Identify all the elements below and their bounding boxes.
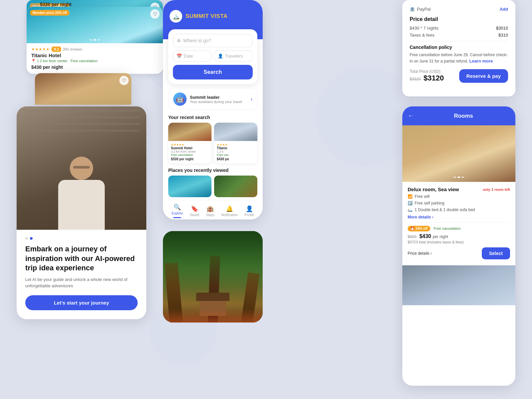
recent-free-cancel-2: Free can bbox=[217, 153, 255, 157]
profile-icon: 👤 bbox=[246, 205, 253, 212]
chevron-icon: › bbox=[430, 251, 432, 256]
price-details-link[interactable]: Price details › bbox=[408, 251, 432, 256]
main-phone-panel: 🏔️ SUMMIT VISTA ○ Where to go? 📅 Date 👤 … bbox=[163, 0, 263, 219]
journey-headline: Embark on a journey of inspiration with … bbox=[25, 244, 138, 273]
paypal-label: 🏦 PayPal bbox=[410, 7, 431, 12]
hotel-score: 8.1 bbox=[52, 47, 61, 52]
reserve-pay-button[interactable]: Reserve & pay bbox=[459, 69, 508, 83]
app-logo-text: SUMMIT VISTA bbox=[186, 13, 228, 20]
recent-name-2: Titanic bbox=[217, 146, 255, 150]
explore-icon: 🔍 bbox=[174, 203, 181, 211]
recent-hotel-image-1 bbox=[168, 123, 211, 141]
room-footer: Price details › Select bbox=[408, 247, 510, 259]
nights-price-row: $430 * 7 nights $3010 bbox=[410, 26, 508, 31]
learn-more-link[interactable]: Learn more bbox=[469, 59, 493, 64]
saved-icon: 🔖 bbox=[191, 205, 198, 212]
summit-leader-title: Summit leader bbox=[190, 95, 242, 100]
favorite-button-2[interactable]: ♡ bbox=[150, 9, 160, 19]
nav-explore-label: Explore bbox=[172, 211, 183, 215]
add-payment-link[interactable]: Add bbox=[500, 7, 508, 12]
total-left: Total Price (USD) $3320 $3120 bbox=[410, 69, 444, 82]
recent-search-cards: ★★★★★ Summit Hotel 3.2 km from center Fr… bbox=[168, 123, 257, 164]
place-thumb-1[interactable] bbox=[168, 176, 211, 197]
summit-leader-card[interactable]: 🤖 Summit leader Your assistant during yo… bbox=[168, 88, 257, 110]
room-name-row: Delux room, Sea view only 1 room left bbox=[408, 187, 510, 192]
booking-panel: 🏦 PayPal Add Price detail $430 * 7 night… bbox=[402, 0, 515, 96]
carousel-dots bbox=[25, 237, 138, 240]
total-price-row: $3320 $3120 bbox=[410, 74, 444, 82]
app-logo-icon: 🏔️ bbox=[170, 10, 182, 23]
place-thumb-2[interactable] bbox=[214, 176, 257, 197]
more-details-link[interactable]: More details › bbox=[408, 215, 510, 219]
discount-row: ⏰ 24% off Free cancelation bbox=[408, 225, 510, 231]
person-silhouette bbox=[48, 153, 115, 230]
search-circle-icon: ○ bbox=[177, 38, 181, 44]
hotel-stars: ★★★★★ bbox=[31, 47, 50, 52]
jungle-panel bbox=[163, 231, 263, 323]
recent-hotel-card-2[interactable]: ★★★★ Titanic 1.2 k Free can $430 pe bbox=[214, 123, 257, 164]
recent-dist-2: 1.2 k bbox=[217, 150, 255, 153]
hotel-detail-card[interactable]: Member price 24% off ♡ ★★★★★ 8.1 300 rev… bbox=[27, 7, 163, 74]
nights-cost: $3010 bbox=[496, 26, 508, 31]
parking-amenity: 🅿️ Free self parking bbox=[408, 201, 510, 205]
total-inclusive: $3723 total (includes taxes & fees) bbox=[408, 240, 510, 244]
recent-hotel-card-1[interactable]: ★★★★★ Summit Hotel 3.2 km from center Fr… bbox=[168, 123, 211, 164]
flower-overlay bbox=[163, 309, 263, 323]
nav-saved[interactable]: 🔖 Saved bbox=[190, 205, 199, 217]
start-journey-button[interactable]: Let's start your journey bbox=[25, 295, 138, 310]
parking-icon: 🅿️ bbox=[408, 201, 413, 205]
recent-search-title: Your recent search bbox=[168, 115, 257, 120]
chevron-right-icon: › bbox=[432, 215, 433, 219]
old-price-label: $900 $330 per night bbox=[30, 2, 71, 7]
hotel-card-info: ★★★★★ 8.1 300 reviews Titanic Hotel 📍 1.… bbox=[27, 43, 163, 74]
taxes-cost: $310 bbox=[498, 33, 508, 38]
dot-1 bbox=[25, 237, 28, 240]
room-image-2 bbox=[402, 265, 515, 305]
per-night-label: per night bbox=[433, 234, 448, 239]
notification-icon: 🔔 bbox=[226, 205, 233, 212]
recent-hotel-image-2 bbox=[214, 123, 257, 141]
recent-stars-1: ★★★★★ bbox=[171, 143, 209, 146]
recent-stars-2: ★★★★ bbox=[217, 143, 255, 146]
people-icon: 👤 bbox=[218, 54, 223, 59]
nav-stays-label: Stays bbox=[206, 213, 214, 217]
search-placeholder: Where to go? bbox=[183, 38, 211, 43]
select-room-button[interactable]: Select bbox=[482, 247, 510, 259]
search-section: ○ Where to go? 📅 Date 👤 Travelers Search… bbox=[163, 29, 263, 219]
bottom-navigation: 🔍 Explore 🔖 Saved 🏨 Stays 🔔 Notification… bbox=[168, 200, 257, 219]
recent-dist-1: 3.2 km from center bbox=[171, 150, 209, 153]
date-input[interactable]: 📅 Date bbox=[173, 51, 211, 62]
hotel-reviews: 300 reviews bbox=[63, 47, 82, 51]
new-price: $430 bbox=[419, 233, 431, 239]
nav-explore[interactable]: 🔍 Explore bbox=[172, 203, 183, 218]
nav-profile[interactable]: 👤 Profile bbox=[244, 205, 254, 217]
room-name: Delux room, Sea view bbox=[408, 187, 459, 192]
recent-free-cancel-1: Free cancelation bbox=[171, 153, 209, 157]
room-1-info: Delux room, Sea view only 1 room left 📶 … bbox=[402, 182, 515, 263]
canopy-overlay bbox=[163, 231, 263, 286]
bed-amenity: 🛏️ 1 Double bed & 1 double sofa bed bbox=[408, 207, 510, 212]
hotel-room-card[interactable]: ♡ bbox=[35, 73, 131, 105]
rooms-title: Rooms bbox=[417, 113, 510, 119]
search-options-row: 📅 Date 👤 Travelers bbox=[173, 51, 253, 62]
where-to-go-input[interactable]: ○ Where to go? bbox=[173, 34, 253, 47]
summit-leader-info: Summit leader Your assistant during your… bbox=[190, 95, 242, 104]
journey-card: Embark on a journey of inspiration with … bbox=[17, 230, 146, 319]
price-detail-title: Price detail bbox=[410, 16, 508, 22]
parking-label: Free self parking bbox=[415, 201, 444, 205]
jungle-background bbox=[163, 231, 263, 323]
search-button[interactable]: Search bbox=[173, 65, 253, 79]
nav-stays[interactable]: 🏨 Stays bbox=[206, 205, 214, 217]
back-button[interactable]: ← bbox=[408, 112, 414, 119]
favorite-button-3[interactable]: ♡ bbox=[119, 76, 129, 85]
only-left-badge: only 1 room left bbox=[483, 188, 510, 192]
travelers-input[interactable]: 👤 Travelers bbox=[214, 51, 253, 62]
nights-label: $430 * 7 nights bbox=[410, 26, 439, 31]
total-label: Total Price (USD) bbox=[410, 69, 444, 74]
nav-notification[interactable]: 🔔 Notification bbox=[221, 205, 237, 217]
taxes-label: Taxes & fees bbox=[410, 33, 434, 38]
wifi-icon: 📶 bbox=[408, 194, 413, 199]
places-thumbnails bbox=[168, 176, 257, 197]
discount-badge: ⏰ 24% off bbox=[408, 226, 430, 231]
hotel-name: Titanic Hotel bbox=[31, 53, 158, 58]
